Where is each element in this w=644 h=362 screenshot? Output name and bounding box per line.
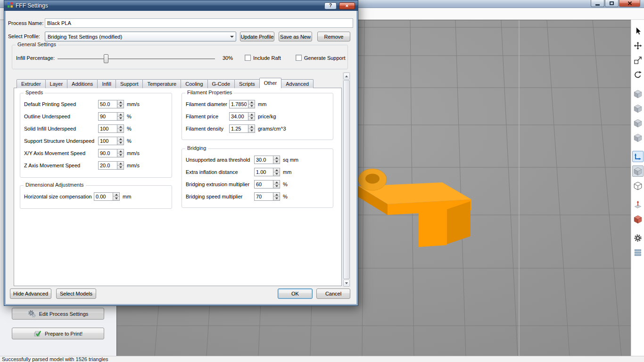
ok-button[interactable]: OK bbox=[278, 288, 313, 299]
slider-thumb[interactable] bbox=[104, 54, 108, 63]
save-as-new-button[interactable]: Save as New bbox=[279, 32, 312, 41]
dialog-title: FFF Settings bbox=[16, 2, 322, 9]
spin-input[interactable] bbox=[98, 137, 117, 145]
spin-input[interactable] bbox=[229, 100, 248, 108]
rotate-icon[interactable] bbox=[632, 69, 644, 81]
dialog-titlebar[interactable]: FFF Settings ? × bbox=[4, 0, 358, 11]
view-cube-4-icon[interactable] bbox=[632, 132, 644, 143]
spin-arrows[interactable] bbox=[248, 112, 255, 121]
setting-unit: % bbox=[283, 194, 288, 199]
spin-arrows[interactable] bbox=[117, 100, 124, 108]
spin-input[interactable] bbox=[98, 124, 117, 133]
tab-support[interactable]: Support bbox=[116, 79, 143, 88]
move-icon[interactable] bbox=[632, 40, 644, 51]
dialog-close-button[interactable]: × bbox=[339, 2, 355, 9]
spin-arrows[interactable] bbox=[248, 124, 255, 133]
slider-track[interactable] bbox=[58, 58, 215, 60]
spin-arrows[interactable] bbox=[117, 124, 124, 133]
setting-row: Filament price price/kg bbox=[186, 112, 333, 121]
tab-temperature[interactable]: Temperature bbox=[142, 79, 181, 88]
wireframe-cube-icon[interactable] bbox=[632, 180, 644, 191]
tab-advanced[interactable]: Advanced bbox=[281, 79, 314, 88]
tab-infill[interactable]: Infill bbox=[97, 79, 116, 88]
select-models-button[interactable]: Select Models bbox=[56, 288, 96, 299]
setting-label: Default Printing Speed bbox=[24, 101, 98, 107]
fff-settings-dialog: FFF Settings ? × Process Name: Select Pr… bbox=[4, 0, 358, 306]
spin-input[interactable] bbox=[98, 149, 117, 157]
scroll-down-button[interactable] bbox=[343, 280, 350, 287]
spin-input[interactable] bbox=[98, 100, 117, 108]
include-raft-label: Include Raft bbox=[253, 55, 281, 61]
scroll-thumb[interactable] bbox=[343, 80, 350, 279]
setting-unit: % bbox=[127, 138, 132, 144]
spin-input[interactable] bbox=[254, 156, 273, 164]
surface-normal-icon[interactable] bbox=[632, 199, 644, 210]
spin-arrows[interactable] bbox=[273, 156, 280, 164]
bridging-group: Bridging Unsupported area threshold sq m… bbox=[182, 148, 333, 208]
gear-icon[interactable] bbox=[632, 232, 644, 244]
minimize-button[interactable] bbox=[591, 0, 604, 7]
spin-arrows[interactable] bbox=[273, 168, 280, 176]
spin-arrows[interactable] bbox=[248, 100, 255, 108]
spin-arrows[interactable] bbox=[117, 161, 124, 170]
tab-cooling[interactable]: Cooling bbox=[181, 79, 207, 88]
model-3d[interactable] bbox=[358, 169, 471, 247]
help-button[interactable]: ? bbox=[324, 2, 337, 9]
tab-gcode[interactable]: G-Code bbox=[207, 79, 235, 88]
spin-input[interactable] bbox=[254, 168, 273, 176]
spin-arrows[interactable] bbox=[273, 192, 280, 201]
speeds-group: Speeds Default Printing Speed mm/s Outli… bbox=[20, 93, 172, 178]
update-profile-button[interactable]: Update Profile bbox=[240, 32, 274, 41]
spin-arrows[interactable] bbox=[117, 137, 124, 145]
window-controls bbox=[590, 0, 640, 7]
maximize-button[interactable] bbox=[605, 0, 619, 7]
hide-advanced-button[interactable]: Hide Advanced bbox=[10, 288, 51, 299]
spin-arrows[interactable] bbox=[113, 192, 120, 201]
spin-input[interactable] bbox=[229, 112, 248, 121]
close-button[interactable] bbox=[619, 0, 640, 7]
spin-arrows[interactable] bbox=[117, 149, 124, 157]
spin-arrows[interactable] bbox=[117, 112, 124, 121]
spin-input[interactable] bbox=[98, 112, 117, 121]
solid-view-cube-icon[interactable] bbox=[632, 165, 644, 177]
settings-tabstrip: Extruder Layer Additions Infill Support … bbox=[17, 78, 313, 88]
prepare-to-print-button[interactable]: Prepare to Print! bbox=[12, 328, 104, 339]
process-name-input[interactable] bbox=[45, 18, 353, 28]
spinbox bbox=[229, 100, 255, 108]
layers-icon[interactable] bbox=[632, 247, 644, 258]
select-cursor-icon[interactable] bbox=[632, 25, 644, 37]
scroll-up-button[interactable] bbox=[343, 73, 350, 80]
spin-input[interactable] bbox=[94, 192, 113, 201]
tab-additions[interactable]: Additions bbox=[67, 79, 98, 88]
remove-profile-button[interactable]: Remove bbox=[317, 32, 350, 41]
setting-label: Support Structure Underspeed bbox=[24, 138, 98, 144]
coordinate-axes-icon[interactable] bbox=[632, 151, 644, 162]
spinbox bbox=[94, 192, 120, 201]
view-cube-3-icon[interactable] bbox=[632, 117, 644, 129]
profile-select[interactable]: Bridging Test Settings (modified) bbox=[45, 32, 236, 41]
spin-input[interactable] bbox=[98, 161, 117, 170]
edit-process-settings-button[interactable]: Edit Process Settings bbox=[12, 308, 104, 320]
spin-arrows[interactable] bbox=[273, 180, 280, 189]
cross-section-cube-icon[interactable] bbox=[632, 214, 644, 225]
infill-slider[interactable] bbox=[58, 54, 218, 64]
include-raft-checkbox[interactable] bbox=[245, 55, 251, 61]
spin-input[interactable] bbox=[254, 192, 273, 201]
spinbox bbox=[229, 112, 255, 121]
generate-support-checkbox[interactable] bbox=[296, 55, 302, 61]
group-title: Dimensional Adjustments bbox=[24, 182, 86, 188]
setting-unit: mm bbox=[123, 194, 131, 199]
tab-scripts[interactable]: Scripts bbox=[234, 79, 260, 88]
tab-other[interactable]: Other bbox=[259, 78, 282, 88]
status-message: Successfully parsed model with 1526 tria… bbox=[2, 356, 108, 362]
cancel-button[interactable]: Cancel bbox=[316, 288, 350, 299]
view-cube-2-icon[interactable] bbox=[632, 103, 644, 114]
spin-input[interactable] bbox=[254, 180, 273, 189]
dialog-scrollbar[interactable] bbox=[343, 72, 350, 287]
scale-icon[interactable] bbox=[632, 55, 644, 66]
view-cube-1-icon[interactable] bbox=[632, 88, 644, 99]
tab-extruder[interactable]: Extruder bbox=[17, 79, 46, 88]
spin-input[interactable] bbox=[229, 124, 248, 133]
setting-unit: mm bbox=[283, 169, 291, 175]
tab-layer[interactable]: Layer bbox=[45, 79, 68, 88]
